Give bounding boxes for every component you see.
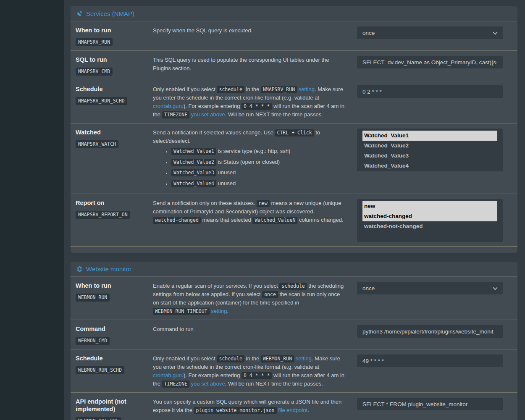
card-footer xyxy=(71,246,517,253)
bullet-item: Watched_Value4 unused xyxy=(171,179,347,189)
bullet-item: Watched_Value1 is service type (e.g.: ht… xyxy=(171,147,347,156)
setting-control-col: SELECT * FROM plugin_website_monitor xyxy=(357,396,503,420)
link-setting[interactable]: setting xyxy=(299,86,315,92)
setting-control-col: Watched_Value1Watched_Value2Watched_Valu… xyxy=(357,127,503,189)
setting-description: Send a notification if selected values c… xyxy=(153,127,347,189)
listbox-option-watched-value2[interactable]: Watched_Value2 xyxy=(362,141,497,151)
inline-code-chip: Watched_ValueN xyxy=(252,217,297,224)
setting-label: API endpoint (not implemented) xyxy=(76,398,153,413)
setting-label: Watched xyxy=(76,129,153,136)
desc-text: ). For example entering xyxy=(184,372,242,378)
desc-text: columns changed. xyxy=(297,217,343,223)
nmapsrv-cmd-input[interactable]: SELECT dv.dev_Name as Object_PrimaryID, … xyxy=(357,56,503,68)
setting-description: You can specify a custom SQL query which… xyxy=(153,396,347,420)
setting-key-chip: NMAPSRV_RUN xyxy=(76,38,113,46)
section-header-website-monitor: Website monitor xyxy=(71,262,517,277)
setting-key-chip: WEBMON_API_SQL xyxy=(76,417,121,420)
description-text: Command to run xyxy=(153,325,347,333)
settings-card-services-nmap: Services (NMAP)When to runNMAPSRV_RUNSpe… xyxy=(71,6,517,253)
webmon-run-schd-input[interactable]: 49 * * * * xyxy=(357,354,503,367)
desc-text: Send a notification if selected values c… xyxy=(153,129,275,136)
desc-text: is Status (open or closed) xyxy=(216,159,280,165)
nmapsrv-run-schd-input[interactable]: 0 2 * * * xyxy=(357,85,503,98)
link-crontab-guru[interactable]: crontab.guru xyxy=(153,372,184,378)
webmon-run-select[interactable]: once xyxy=(357,282,503,294)
setting-description: Only enabled if you select schedule in t… xyxy=(153,353,347,388)
setting-row-nmapsrv-cmd: SQL to runNMAPSRV_CMDThis SQL query is u… xyxy=(71,50,517,80)
nmapsrv-run-select[interactable]: once xyxy=(357,26,503,39)
listbox-option-new[interactable]: new xyxy=(362,201,497,211)
setting-key-chip: WEBMON_CMD xyxy=(76,337,110,345)
setting-row-webmon-cmd: CommandWEBMON_CMDCommand to runpython3 /… xyxy=(71,320,517,349)
listbox-option-watched-changed[interactable]: watched-changed xyxy=(362,211,497,221)
setting-control-col: once xyxy=(357,25,503,46)
settings-card-website-monitor: Website monitorWhen to runWEBMON_RUNEnab… xyxy=(71,262,517,420)
input-value: SELECT * FROM plugin_website_monitor xyxy=(362,401,497,407)
link-you-set-above[interactable]: you set above xyxy=(191,381,225,387)
webmon-cmd-input[interactable]: python3 /home/pi/pialert/front/plugins/w… xyxy=(357,325,503,338)
desc-text: Send a notification only on these status… xyxy=(153,200,257,206)
listbox-option-watched-not-changed[interactable]: watched-not-changed xyxy=(362,221,497,231)
setting-label: Schedule xyxy=(76,85,153,93)
link-setting[interactable]: setting xyxy=(211,308,227,314)
inline-code-chip: WEBMON_RUN xyxy=(261,355,294,362)
listbox-option-watched-value3[interactable]: Watched_Value3 xyxy=(362,151,497,161)
inline-code-chip: 0 4 * * * xyxy=(242,372,272,379)
input-value: python3 /home/pi/pialert/front/plugins/w… xyxy=(362,328,497,335)
section-title: Services (NMAP) xyxy=(86,10,134,17)
setting-name-col: ScheduleNMAPSRV_RUN_SCHD xyxy=(71,84,153,119)
link-setting[interactable]: setting xyxy=(296,355,312,362)
section-title: Website monitor xyxy=(86,265,131,273)
link-you-set-above[interactable]: you set above xyxy=(191,111,225,118)
section-header-services-nmap: Services (NMAP) xyxy=(71,6,517,21)
setting-control-col: 0 2 * * * xyxy=(357,84,503,119)
setting-key-chip: WEBMON_RUN xyxy=(76,294,110,302)
listbox-option-watched-value1[interactable]: Watched_Value1 xyxy=(362,131,497,141)
description-text: Specify when the SQL query is executed. xyxy=(153,26,347,35)
desc-text: This SQL query is used to populate the c… xyxy=(153,57,329,71)
desc-text: ). For example entering xyxy=(184,103,242,109)
setting-row-nmapsrv-report-on: Report onNMAPSRV_REPORT_ONSend a notific… xyxy=(71,194,517,246)
link-file-endpoint[interactable]: file endpoint xyxy=(278,407,307,413)
select-value: once xyxy=(362,285,375,291)
setting-row-webmon-run-schd: ScheduleWEBMON_RUN_SCHDOnly enabled if y… xyxy=(71,349,517,392)
description-text: Send a notification only on these status… xyxy=(153,199,347,224)
description-text: You can specify a custom SQL query which… xyxy=(153,398,347,415)
setting-name-col: CommandWEBMON_CMD xyxy=(71,324,153,345)
inline-code-chip: CTRL + Click xyxy=(275,129,314,136)
setting-control-col: newwatched-changedwatched-not-changed xyxy=(357,198,503,242)
webmon-api-sql-input[interactable]: SELECT * FROM plugin_website_monitor xyxy=(357,398,503,410)
select-value: once xyxy=(362,30,375,36)
setting-row-nmapsrv-run-schd: ScheduleNMAPSRV_RUN_SCHDOnly enabled if … xyxy=(71,80,517,123)
inline-code-chip: schedule xyxy=(217,86,244,93)
desc-text: in the xyxy=(244,355,261,362)
setting-description: Specify when the SQL query is executed. xyxy=(153,25,347,46)
desc-text: Only enabled if you select xyxy=(153,355,217,362)
nmapsrv-report-on-listbox[interactable]: newwatched-changedwatched-not-changed xyxy=(357,199,503,242)
setting-key-chip: NMAPSRV_CMD xyxy=(76,68,113,76)
sidebar xyxy=(0,0,64,420)
setting-name-col: API endpoint (not implemented)WEBMON_API… xyxy=(71,396,153,420)
setting-name-col: ScheduleWEBMON_RUN_SCHD xyxy=(71,353,153,388)
setting-control-col: 49 * * * * xyxy=(357,353,503,388)
link-crontab-guru[interactable]: crontab.guru xyxy=(153,103,184,109)
nmapsrv-watch-listbox[interactable]: Watched_Value1Watched_Value2Watched_Valu… xyxy=(357,129,503,171)
setting-control-col: once xyxy=(357,281,503,315)
listbox-option-watched-value4[interactable]: Watched_Value4 xyxy=(362,161,497,171)
setting-key-chip: NMAPSRV_RUN_SCHD xyxy=(76,97,127,105)
setting-control-col: python3 /home/pi/pialert/front/plugins/w… xyxy=(357,324,503,345)
input-value: 0 2 * * * xyxy=(362,89,497,95)
description-bullet-list: Watched_Value1 is service type (e.g.: ht… xyxy=(153,147,347,188)
desc-text: . Will be run NEXT time the time passes. xyxy=(225,381,323,387)
setting-row-webmon-run: When to runWEBMON_RUNEnable a regular sc… xyxy=(71,277,517,320)
setting-name-col: Report onNMAPSRV_REPORT_ON xyxy=(71,198,153,242)
input-value: 49 * * * * xyxy=(362,358,497,364)
desc-text: Enable a regular scan of your services. … xyxy=(153,283,279,289)
inline-code-chip: schedule xyxy=(217,355,244,362)
description-text: Send a notification if selected values c… xyxy=(153,129,347,145)
desc-text: Specify when the SQL query is executed. xyxy=(153,27,252,34)
inline-code-chip: NMAPSRV_RUN xyxy=(261,86,297,93)
setting-label: Report on xyxy=(76,199,153,207)
desc-text: . Will be run NEXT time the time passes. xyxy=(225,111,323,118)
settings-content: Services (NMAP)When to runNMAPSRV_RUNSpe… xyxy=(64,0,525,420)
